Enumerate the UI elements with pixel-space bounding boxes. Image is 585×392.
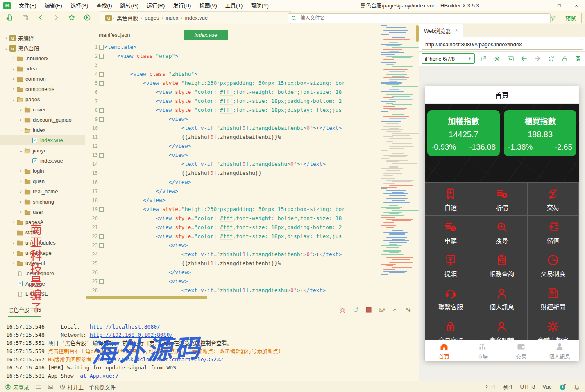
- editor-tab-index.vue[interactable]: index.vue: [184, 30, 228, 40]
- menu-item-折價[interactable]: 折價: [476, 183, 527, 215]
- menu-发行(U)[interactable]: 发行(U): [169, 0, 195, 11]
- log-link[interactable]: http://localhost:8080/: [90, 324, 160, 330]
- menu-item-個人訊息[interactable]: 個人訊息: [476, 282, 527, 315]
- vertical-scrollbar[interactable]: [416, 25, 419, 42]
- tree-item-login[interactable]: ›login: [0, 166, 85, 176]
- line-number[interactable]: 25: [85, 259, 98, 268]
- menu-编辑(E)[interactable]: 编辑(E): [41, 0, 66, 11]
- tree-item-shichang[interactable]: ›shichang: [0, 197, 85, 207]
- menu-item-自選[interactable]: 自選: [425, 183, 476, 215]
- tree-item-real_name[interactable]: ›real_name: [0, 186, 85, 197]
- chevron-right-icon[interactable]: ›: [18, 179, 24, 184]
- browser-tab[interactable]: Web浏览器 ×: [419, 24, 463, 37]
- tree-item-LICENSE[interactable]: LICENSE: [0, 289, 85, 299]
- update-download-icon[interactable]: [559, 383, 566, 390]
- menu-item-實名認證[interactable]: 實名認證: [476, 315, 527, 340]
- breadcrumb[interactable]: u›黑色台股›pages›index›index.vue: [100, 11, 291, 24]
- menu-item-提領[interactable]: 提領: [425, 249, 476, 282]
- line-number[interactable]: 14: [85, 160, 98, 169]
- stop-icon[interactable]: [365, 306, 373, 314]
- line-number[interactable]: 5: [85, 79, 98, 88]
- tree-item-.eslintignore[interactable]: .eslintignore: [0, 268, 85, 279]
- menu-item-申購[interactable]: 申購: [425, 216, 476, 249]
- fold-marker-icon[interactable]: –: [98, 79, 104, 88]
- preview-button[interactable]: 预览: [560, 13, 582, 23]
- line-number[interactable]: 8: [85, 106, 98, 115]
- chevron-right-icon[interactable]: ›: [11, 251, 16, 255]
- encoding[interactable]: UTF-8: [520, 384, 535, 390]
- line-number[interactable]: 3: [85, 61, 98, 70]
- fold-marker-icon[interactable]: –: [98, 151, 104, 160]
- new-file-icon[interactable]: [3, 12, 16, 23]
- breadcrumb-item[interactable]: pages: [145, 15, 159, 21]
- devtools-icon[interactable]: [506, 54, 515, 63]
- fold-marker-icon[interactable]: –: [98, 52, 104, 61]
- tree-item-.idea[interactable]: ›.idea: [0, 63, 85, 74]
- menu-文件(F)[interactable]: 文件(F): [15, 0, 41, 11]
- url-input[interactable]: [422, 39, 583, 50]
- tree-item-pagesA[interactable]: ›pagesA: [0, 217, 85, 227]
- tree-item-uni_modules[interactable]: ›uni_modules: [0, 238, 85, 248]
- close-button[interactable]: ×: [568, 0, 585, 11]
- chevron-right-icon[interactable]: ›: [11, 56, 16, 61]
- close-tab-icon[interactable]: ×: [455, 27, 458, 33]
- chevron-right-icon[interactable]: ›: [11, 66, 16, 71]
- chevron-right-icon[interactable]: ›: [18, 169, 24, 173]
- menu-item-搜尋[interactable]: 搜尋: [476, 216, 527, 249]
- gear-icon[interactable]: [492, 54, 502, 63]
- chevron-down-icon[interactable]: ⌄: [18, 128, 24, 132]
- line-number[interactable]: 19: [85, 205, 98, 214]
- fold-marker-icon[interactable]: –: [98, 106, 104, 115]
- chevron-right-icon[interactable]: ›: [11, 230, 16, 235]
- menu-item-交易制度[interactable]: 交易制度: [528, 249, 578, 282]
- open-last-preview[interactable]: 打开上一个预览文件: [59, 383, 116, 391]
- terminal-icon[interactable]: [47, 384, 54, 390]
- line-number[interactable]: 6: [85, 88, 98, 97]
- line-number[interactable]: 7: [85, 97, 98, 106]
- chevron-right-icon[interactable]: ›: [11, 220, 16, 224]
- close-panel-icon[interactable]: [404, 306, 412, 314]
- forward-icon[interactable]: [50, 12, 62, 23]
- menu-item-儲值[interactable]: 儲值: [528, 216, 578, 249]
- menu-item-交易密碼[interactable]: 交易密碼: [425, 315, 476, 340]
- tree-item-index[interactable]: ⌄index: [0, 125, 85, 135]
- line-number[interactable]: 28: [85, 286, 98, 295]
- menu-选择(S)[interactable]: 选择(S): [66, 0, 92, 11]
- log-link[interactable]: at App.vue:7: [80, 373, 118, 379]
- tree-item-App.vue[interactable]: VApp.vue: [0, 279, 85, 289]
- phone-tab-個人訊息[interactable]: 個人訊息: [540, 340, 579, 361]
- bug-icon[interactable]: [338, 306, 347, 314]
- line-number[interactable]: 13: [85, 151, 98, 160]
- phone-tab-交易[interactable]: 交易: [502, 340, 540, 361]
- chevron-right-icon[interactable]: ›: [11, 87, 16, 91]
- chevron-right-icon[interactable]: ›: [18, 199, 24, 204]
- restart-icon[interactable]: [351, 306, 360, 314]
- phone-tab-首頁[interactable]: 首頁: [425, 340, 463, 361]
- phone-tab-市場[interactable]: 市場: [463, 340, 502, 361]
- tree-item-.hbuilderx[interactable]: ›.hbuilderx: [0, 53, 85, 63]
- refresh-icon[interactable]: [546, 54, 556, 63]
- chevron-right-icon[interactable]: ›: [11, 77, 16, 81]
- tree-item-index.vue[interactable]: Vindex.vue: [0, 135, 85, 145]
- line-number[interactable]: 2: [85, 52, 98, 61]
- fold-marker-icon[interactable]: –: [98, 277, 104, 286]
- search-input[interactable]: [299, 15, 548, 21]
- tree-item-黑色台股[interactable]: ⌄u黑色台股: [0, 43, 85, 53]
- breadcrumb-item[interactable]: index: [166, 15, 178, 21]
- line-number[interactable]: 4: [85, 70, 98, 79]
- tree-item-static[interactable]: ›static: [0, 227, 85, 238]
- menu-item-財經新聞[interactable]: 財經新聞: [528, 282, 578, 315]
- fold-marker-icon[interactable]: –: [98, 43, 104, 52]
- minimap[interactable]: [379, 25, 415, 278]
- chevron-right-icon[interactable]: ›: [3, 36, 9, 40]
- fold-marker-icon[interactable]: –: [98, 241, 104, 250]
- chevron-right-icon[interactable]: ›: [18, 210, 24, 214]
- tree-item-jiaoyi[interactable]: ⌄jiaoyi: [0, 145, 85, 156]
- chevron-down-icon[interactable]: ⌄: [3, 46, 9, 50]
- menu-item-聯繫客服[interactable]: 聯繫客服: [425, 282, 476, 315]
- tree-item-discount_gupiao[interactable]: ›discount_gupiao: [0, 115, 85, 125]
- line-number[interactable]: 20: [85, 214, 98, 223]
- line-number[interactable]: 23: [85, 241, 98, 250]
- line-number[interactable]: 26: [85, 268, 98, 277]
- back-icon[interactable]: [34, 12, 47, 23]
